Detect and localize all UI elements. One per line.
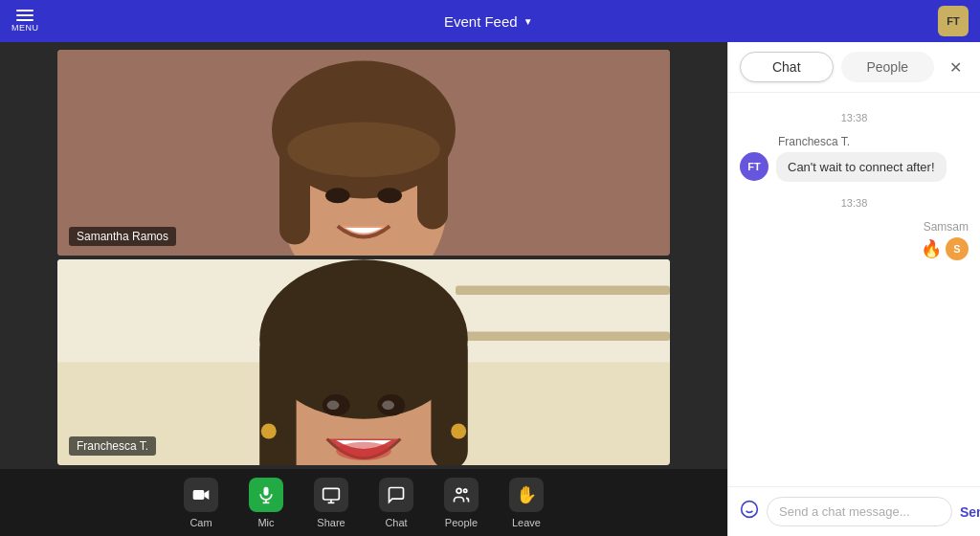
event-feed-title[interactable]: Event Feed ▼ [444, 13, 533, 30]
chat-toolbar-button[interactable]: Chat [379, 478, 413, 528]
menu-label: MENU [11, 23, 39, 33]
toolbar: Cam Mic [0, 469, 727, 536]
people-toolbar-label: People [445, 517, 478, 528]
reactions-row: 🔥 S [921, 237, 969, 260]
svg-point-41 [457, 488, 461, 493]
cam-button[interactable]: Cam [184, 478, 218, 528]
svg-point-10 [325, 188, 350, 203]
svg-rect-26 [431, 332, 467, 466]
person-silhouette-1 [57, 50, 670, 256]
reaction-sender: Samsam [924, 220, 969, 234]
chat-toolbar-icon [379, 478, 413, 512]
svg-rect-34 [193, 490, 205, 500]
video-panels: Samantha Ramos [0, 42, 727, 469]
reaction-row: Samsam 🔥 S [740, 220, 969, 260]
message-time-1: 13:38 [740, 112, 969, 123]
tab-chat[interactable]: Chat [740, 52, 834, 82]
share-button[interactable]: Share [314, 478, 348, 528]
share-icon [314, 478, 348, 512]
share-label: Share [317, 517, 345, 528]
svg-point-33 [336, 442, 391, 460]
leave-icon: ✋ [509, 478, 544, 512]
message-group-1: Franchesca T. FT Can't wait to connect a… [740, 135, 969, 182]
svg-point-31 [261, 424, 277, 439]
people-toolbar-icon [444, 478, 479, 512]
svg-rect-25 [259, 332, 296, 466]
user-avatar[interactable]: FT [938, 6, 969, 36]
leave-button[interactable]: ✋ Leave [509, 478, 544, 528]
svg-rect-16 [456, 332, 670, 342]
reaction-avatar-s: S [946, 237, 969, 260]
title-text: Event Feed [444, 13, 518, 30]
leave-label: Leave [512, 517, 541, 528]
panel-tabs: Chat People ✕ [728, 42, 980, 93]
person-silhouette-2 [57, 259, 670, 465]
emoji-button[interactable] [740, 500, 759, 524]
chat-toolbar-label: Chat [385, 517, 407, 528]
svg-rect-15 [456, 286, 670, 296]
main-content: Samantha Ramos [0, 42, 980, 536]
message-bubble-1: Can't wait to connect after! [776, 152, 947, 182]
svg-point-30 [382, 401, 394, 411]
svg-point-29 [327, 401, 340, 411]
close-panel-button[interactable]: ✕ [942, 54, 969, 80]
hamburger-icon [16, 10, 33, 21]
mic-button[interactable]: Mic [249, 478, 283, 528]
dropdown-arrow-icon: ▼ [523, 16, 533, 27]
message-row-1: FT Can't wait to connect after! [740, 152, 969, 182]
send-button[interactable]: Send [960, 504, 980, 520]
chat-input-area: Send [728, 486, 980, 536]
mic-icon [249, 478, 283, 512]
cam-label: Cam [189, 517, 212, 528]
menu-button[interactable]: MENU [11, 10, 39, 33]
svg-rect-38 [323, 488, 340, 500]
svg-point-9 [287, 123, 440, 178]
svg-point-11 [377, 188, 402, 203]
video-area: Samantha Ramos [0, 42, 727, 536]
chat-messages: 13:38 Franchesca T. FT Can't wait to con… [728, 93, 980, 486]
tab-people[interactable]: People [841, 52, 935, 82]
svg-point-42 [464, 489, 467, 492]
video-panel-2: Franchesca T. [57, 259, 670, 465]
message-sender-1: Franchesca T. [778, 135, 969, 148]
cam-icon [184, 478, 218, 512]
sender-avatar-ft: FT [740, 152, 768, 181]
people-toolbar-button[interactable]: People [444, 478, 479, 528]
fire-emoji: 🔥 [921, 238, 942, 259]
mic-label: Mic [257, 517, 274, 528]
participant-name-2: Franchesca T. [69, 436, 156, 456]
header: MENU Event Feed ▼ FT [0, 0, 980, 42]
message-time-2: 13:38 [740, 197, 969, 209]
participant-name-1: Samantha Ramos [69, 227, 176, 246]
svg-point-43 [742, 502, 758, 518]
chat-input[interactable] [767, 497, 952, 526]
video-panel-1: Samantha Ramos [57, 50, 670, 256]
svg-point-32 [451, 424, 466, 439]
svg-rect-35 [264, 486, 269, 495]
right-panel: Chat People ✕ 13:38 Franchesca T. FT Can… [727, 42, 980, 536]
